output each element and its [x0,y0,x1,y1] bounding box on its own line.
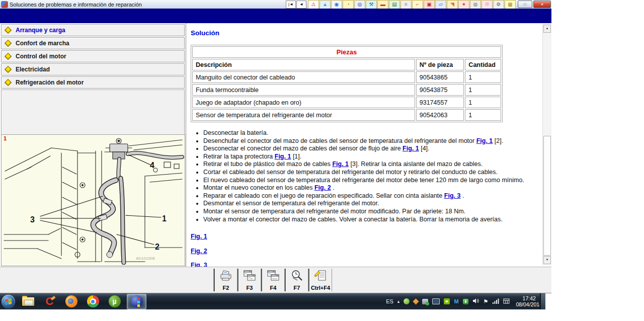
left-panel: Arranque y cargaConfort de marchaControl… [0,23,186,267]
fig-inline-link[interactable]: Fig. 2 [314,184,331,191]
car-icon[interactable]: ▱ [435,0,446,9]
nav-back-button[interactable]: ◄ [296,1,306,9]
crash-icon[interactable]: ✶ [458,0,469,9]
close-document-button[interactable]: Ctrl+F4 [308,269,332,291]
sidebar-item[interactable]: Electricidad [1,63,185,75]
volume-tray-icon[interactable] [472,297,479,306]
figure-link[interactable]: Fig. 1 [191,233,542,240]
print-icon [219,270,232,282]
network-tray-icon[interactable] [492,297,499,306]
hub-icon[interactable]: ◍ [470,0,481,9]
start-button[interactable] [2,295,15,308]
scene-icon[interactable]: ▲ [319,0,331,9]
content-scrollbar[interactable]: ▲ ▼ [542,24,551,265]
figure-number-label: 1 [4,135,7,141]
table-row: Funda termocontraible905438751 [192,84,501,96]
gears-icon[interactable]: ⚙ [493,0,504,9]
utorrent-icon: µ [109,295,121,307]
scrollbar-thumb[interactable] [543,136,551,256]
clock[interactable]: 17:42 08/04/2014 [516,295,542,308]
maximize-button[interactable]: □ [518,1,532,8]
scroll-up-button[interactable]: ▲ [543,25,551,33]
warning-icon[interactable]: ⚠ [308,0,319,9]
wheel-icon[interactable]: ◎ [354,0,365,9]
link-diamond-icon [5,79,12,86]
engine-diagram: 4 3 1 2 AD101508 [2,136,184,265]
timing-icon[interactable]: ◔ [343,0,354,9]
show-hidden-icons-button[interactable]: ▴ [397,299,400,304]
utorrent-tray-icon[interactable] [404,298,410,304]
figure-link[interactable]: Fig. 3 [191,262,542,267]
taskbar-repair-app-active[interactable] [127,294,146,309]
nav-first-button[interactable]: |◄ [286,1,296,9]
taskbar-ccleaner[interactable]: C [40,294,59,309]
ramp-icon[interactable]: ▬ [377,0,388,9]
solution-step: Volver a montar el conector del mazo de … [203,216,542,224]
sidebar-item-label: Electricidad [16,66,50,73]
engine-icon[interactable]: ▣ [424,0,435,9]
figure-link[interactable]: Fig. 2 [191,248,542,255]
garage-door-icon[interactable]: ▤ [389,0,400,9]
table-cell: 90543875 [416,84,464,96]
magnifier-history-icon [290,270,303,282]
table-cell: 1 [465,71,501,83]
sidebar-item-label: Control del motor [16,53,66,60]
tools-icon[interactable]: ⚒ [366,0,377,9]
sidebar-item[interactable]: Arranque y carga [1,24,185,36]
fig-inline-link[interactable]: Fig. 1 [332,160,349,168]
update-tray-icon[interactable] [413,298,420,305]
sidebar-item[interactable]: Control del motor [1,50,185,62]
solution-step: Retirar el tubo de plástico del mazo de … [203,160,542,169]
toolbar-icon-strip: ⚠▲◉◔◎⚒▬▤≡⌐▣▱◥✶◍☉⚙▦ [308,0,516,9]
figure-links: Fig. 1Fig. 2Fig. 3 [191,233,542,267]
system-tray: ES ▴ M ⚑ 17:42 08/04/2014 [386,295,545,308]
airbag-icon[interactable]: ☉ [481,0,493,9]
globe-icon[interactable]: ◉ [331,0,342,9]
fig-inline-link[interactable]: Fig. 1 [403,145,419,152]
display-tray-icon[interactable] [432,298,440,304]
app-window: Soluciones de problemas e información de… [0,0,551,293]
windows-update-tray-icon[interactable] [503,297,510,306]
action-center-flag-icon[interactable]: ⚑ [484,298,489,305]
taskbar-firefox[interactable] [62,294,80,309]
exhaust-icon[interactable]: ≡ [400,0,412,9]
sidebar-item[interactable]: Confort de marcha [1,37,185,49]
fig-inline-link[interactable]: Fig. 3 [444,192,461,199]
search-history-button[interactable]: F7 [285,269,308,291]
print-button[interactable]: F2 [214,269,237,291]
language-indicator[interactable]: ES [386,298,393,304]
scroll-down-button[interactable]: ▼ [543,256,551,264]
grid-icon[interactable]: ▦ [505,0,516,9]
titlebar-controls: |◄ ◄ ⚠▲◉◔◎⚒▬▤≡⌐▣▱◥✶◍☉⚙▦ □ × [286,0,551,9]
callout-2: 2 [155,243,159,251]
figure-panel[interactable]: 1 [1,134,185,266]
key-icon[interactable]: ⌐ [412,0,423,9]
solution-step: Cortar el cableado del sensor de tempera… [203,169,542,177]
fig-inline-link[interactable]: Fig. 1 [476,137,493,144]
taskbar-utorrent[interactable]: µ [105,294,124,309]
usb-device-tray-icon[interactable] [422,299,428,304]
solution-step: Desconectar el conector del mazo de cabl… [203,145,542,153]
table-cell: 90543865 [416,71,464,83]
solution-step: Montar el sensor de temperatura del refr… [203,208,542,216]
callout-3: 3 [30,215,35,224]
table-cell: 90542063 [416,109,464,121]
fig-inline-link[interactable]: Fig. 1 [275,153,291,160]
phone-sync-tray-icon[interactable] [463,299,468,304]
show-desktop-button[interactable] [540,293,545,309]
windows-stack-button[interactable]: F4 [261,269,285,291]
link-diamond-icon [5,40,12,47]
close-button[interactable]: × [533,1,551,8]
sidebar-item[interactable]: Refrigeración del motor [1,76,185,89]
nvidia-tray-icon[interactable] [444,298,450,304]
tow-truck-icon[interactable]: ◥ [447,0,458,9]
taskbar-explorer[interactable] [19,294,37,309]
chrome-icon [87,295,99,307]
function-bar: F2 F3 [0,267,551,293]
messenger-tray-icon[interactable]: M [454,298,458,304]
sidebar-item-label: Confort de marcha [16,40,69,47]
sidebar-empty-area [1,90,185,139]
compare-windows-button[interactable]: F3 [237,269,261,291]
solution-step: Desmontar el sensor de temperatura del r… [203,200,542,208]
taskbar-chrome[interactable] [84,294,102,309]
